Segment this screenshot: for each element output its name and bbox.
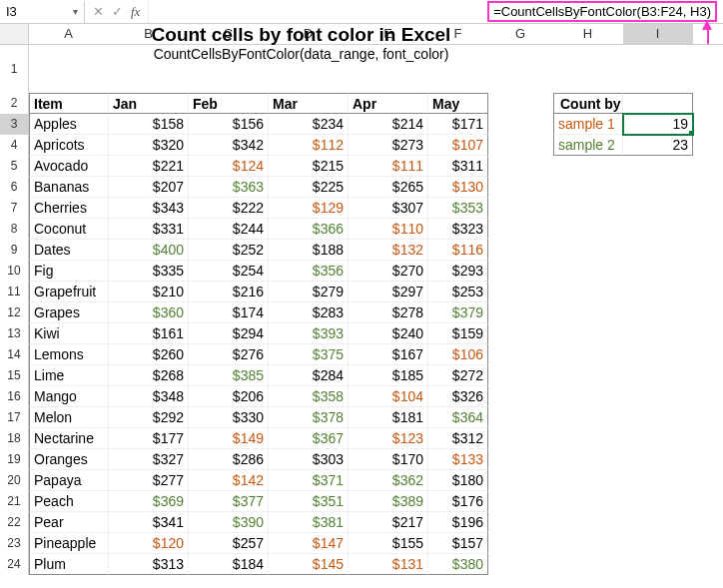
cell-value[interactable]: $270 [349,261,428,282]
cell-value[interactable]: $371 [269,470,349,491]
cell-value[interactable]: $147 [269,533,349,554]
row-header[interactable]: 24 [0,554,29,575]
cell-value[interactable]: $196 [428,512,488,533]
cell-value[interactable]: $311 [428,156,488,177]
row-header[interactable]: 10 [0,261,29,282]
cell-value[interactable]: $177 [109,428,189,449]
cell-value[interactable]: $323 [428,219,488,240]
cell-value[interactable]: $111 [349,156,428,177]
table-header[interactable]: Item [29,93,109,114]
cell-item[interactable]: Cherries [29,198,109,219]
cell-value[interactable]: $132 [349,240,428,261]
row-header[interactable]: 4 [0,135,29,156]
cell-value[interactable]: $106 [428,344,488,365]
cell-value[interactable]: $331 [109,219,189,240]
cell-value[interactable]: $142 [189,470,269,491]
cell-value[interactable]: $351 [269,491,349,512]
cell-item[interactable]: Bananas [29,177,109,198]
row-header[interactable]: 19 [0,449,29,470]
sample-label[interactable]: sample 1 [553,114,623,135]
cell-value[interactable]: $252 [189,240,269,261]
cell-value[interactable]: $303 [269,449,349,470]
cell-value[interactable]: $217 [349,512,428,533]
cell-value[interactable]: $257 [189,533,269,554]
cell-value[interactable]: $167 [349,344,428,365]
cell-item[interactable]: Grapefruit [29,282,109,302]
row-header[interactable]: 13 [0,323,29,344]
cell-value[interactable]: $110 [349,219,428,240]
cell-item[interactable]: Nectarine [29,428,109,449]
cell-value[interactable]: $171 [428,114,488,135]
cell-value[interactable]: $260 [109,344,189,365]
title-merged-cell[interactable]: Count cells by font color in Excel Count… [29,24,573,62]
cell-value[interactable]: $379 [428,302,488,323]
cell-value[interactable]: $214 [349,114,428,135]
row-header[interactable]: 9 [0,240,29,261]
cell-value[interactable]: $210 [109,282,189,302]
cell-value[interactable]: $161 [109,323,189,344]
row-header[interactable]: 22 [0,512,29,533]
cell-item[interactable]: Fig [29,261,109,282]
cell-value[interactable]: $116 [428,240,488,261]
cell-value[interactable]: $367 [269,428,349,449]
cell-value[interactable]: $107 [428,135,488,156]
cell-value[interactable]: $130 [428,177,488,198]
cell-value[interactable]: $206 [189,386,269,407]
cell-value[interactable]: $343 [109,198,189,219]
cell-value[interactable]: $174 [189,302,269,323]
cell-value[interactable]: $240 [349,323,428,344]
row-header[interactable]: 23 [0,533,29,554]
select-all-corner[interactable] [0,24,29,44]
cell-item[interactable]: Lime [29,365,109,386]
cell-value[interactable]: $184 [189,554,269,575]
cell-value[interactable]: $124 [189,156,269,177]
cell-value[interactable]: $120 [109,533,189,554]
cell-value[interactable]: $155 [349,533,428,554]
cell-value[interactable]: $185 [349,365,428,386]
cell-value[interactable]: $129 [269,198,349,219]
cell-value[interactable]: $363 [189,177,269,198]
cell-item[interactable]: Apples [29,114,109,135]
cell-value[interactable]: $320 [109,135,189,156]
cell-value[interactable]: $360 [109,302,189,323]
row-header[interactable]: 12 [0,302,29,323]
row-header[interactable]: 20 [0,470,29,491]
table-header[interactable]: May [428,93,488,114]
fx-icon[interactable]: fx [131,4,140,20]
row-header[interactable]: 18 [0,428,29,449]
cell-value[interactable]: $341 [109,512,189,533]
table-header[interactable]: Mar [269,93,349,114]
cell-value[interactable]: $268 [109,365,189,386]
cell-value[interactable]: $286 [189,449,269,470]
cell-value[interactable]: $272 [428,365,488,386]
count-header[interactable]: Count by font color [553,93,623,114]
cell-value[interactable]: $389 [349,491,428,512]
cell-item[interactable]: Dates [29,240,109,261]
row-header[interactable]: 6 [0,177,29,198]
cell-value[interactable]: $358 [269,386,349,407]
cell-value[interactable]: $356 [269,261,349,282]
cell-item[interactable]: Melon [29,407,109,428]
cell-item[interactable]: Coconut [29,219,109,240]
cell-value[interactable]: $207 [109,177,189,198]
table-header[interactable]: Jan [109,93,189,114]
cell-value[interactable]: $215 [269,156,349,177]
cell-value[interactable]: $225 [269,177,349,198]
cell-value[interactable]: $149 [189,428,269,449]
cell-item[interactable]: Mango [29,386,109,407]
cell-item[interactable]: Plum [29,554,109,575]
cell-value[interactable]: $123 [349,428,428,449]
row-header[interactable]: 3 [0,114,29,135]
cell-value[interactable]: $400 [109,240,189,261]
row-header[interactable]: 15 [0,365,29,386]
cell-item[interactable]: Apricots [29,135,109,156]
cell-value[interactable]: $156 [189,114,269,135]
cell-value[interactable]: $348 [109,386,189,407]
cell-value[interactable]: $335 [109,261,189,282]
cell-value[interactable]: $294 [189,323,269,344]
cell-value[interactable]: $307 [349,198,428,219]
cell-value[interactable]: $145 [269,554,349,575]
cell-value[interactable]: $313 [109,554,189,575]
cell-value[interactable]: $385 [189,365,269,386]
chevron-down-icon[interactable]: ▾ [73,6,78,17]
